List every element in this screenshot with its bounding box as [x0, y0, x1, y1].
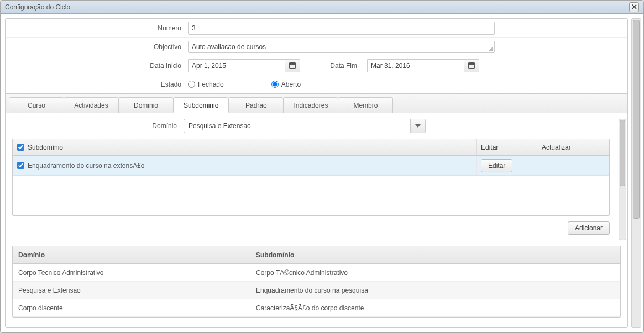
grid2-cell-subdominio: Enquadramento do curso na pesquisa — [250, 287, 620, 294]
datepicker-inicio-button[interactable] — [285, 59, 300, 72]
chevron-down-icon — [415, 124, 421, 128]
tab-subdominio[interactable]: Subdominio — [173, 97, 229, 113]
label-estado: Estado — [6, 81, 188, 88]
col-header-actualizar: Actualizar — [537, 139, 609, 155]
grid2-cell-subdominio: CaracterizaÃ§Ã£o do corpo discente — [250, 304, 620, 312]
row-estado: Estado Fechado Aberto — [6, 75, 627, 94]
input-datainicio[interactable] — [188, 59, 285, 72]
close-button[interactable]: ✕ — [629, 2, 639, 12]
datepicker-fim — [367, 59, 479, 72]
radio-aberto-label: Aberto — [281, 81, 301, 88]
radio-fechado-wrap[interactable]: Fechado — [188, 81, 224, 88]
textarea-objectivo[interactable]: Auto avaliacao de cursos — [188, 41, 495, 53]
resize-handle-icon[interactable] — [488, 47, 493, 51]
grid2-cell-dominio: Corpo Tecnico Administrativo — [13, 269, 250, 277]
grid2-col-subdominio: Subdomínio — [250, 251, 620, 259]
grid2-cell-dominio: Corpo discente — [13, 304, 250, 312]
grid-subdominio-header: Subdomínio Editar Actualizar — [13, 139, 609, 156]
col-header-editar: Editar — [477, 139, 537, 155]
row-dominio-combo: Domínio — [12, 119, 621, 133]
grid2-row[interactable]: Corpo Tecnico AdministrativoCorpo TÃ©cni… — [13, 264, 620, 282]
radio-aberto[interactable] — [271, 81, 279, 88]
col-header-subdominio-label: Subdomínio — [28, 144, 63, 151]
tab-indicadores[interactable]: Indicadores — [283, 97, 338, 113]
grid-subdominio: Subdomínio Editar Actualizar Enquadramen… — [12, 139, 610, 216]
grid2-header: Domínio Subdomínio — [13, 246, 620, 264]
datepicker-inicio — [188, 59, 300, 72]
grid2-row[interactable]: Pesquisa e ExtensaoEnquadramento do curs… — [13, 282, 620, 299]
cell-actualizar — [537, 156, 609, 175]
inner-scrollbar-thumb[interactable] — [620, 120, 625, 186]
label-numero: Numero — [6, 24, 188, 32]
dialog-header: Configuração do Ciclo ✕ — [1, 1, 643, 14]
grid2-cell-dominio: Pesquisa e Extensao — [13, 287, 250, 294]
dialog-scrollbar[interactable] — [631, 18, 641, 328]
row-numero: Numero — [6, 19, 627, 38]
tabs: Curso Actividades Dominio Subdominio Pad… — [6, 94, 627, 113]
combo-dominio-input[interactable] — [184, 119, 410, 133]
datepicker-fim-button[interactable] — [464, 59, 479, 72]
grid2-row[interactable]: Corpo discenteCaracterizaÃ§Ã£o do corpo … — [13, 299, 620, 317]
dialog-window: Configuração do Ciclo ✕ Numero Objectivo… — [0, 0, 644, 333]
grid2-body: Corpo Tecnico AdministrativoCorpo TÃ©cni… — [13, 264, 620, 317]
grid2-cell-subdominio: Corpo TÃ©cnico Administrativo — [250, 269, 620, 277]
row-adicionar: Adicionar — [12, 221, 610, 235]
tab-membro[interactable]: Membro — [338, 97, 393, 113]
grid2-col-dominio: Domínio — [13, 251, 250, 259]
inner-scrollbar[interactable] — [619, 119, 626, 240]
combo-dominio — [184, 119, 426, 133]
label-objectivo: Objectivo — [6, 43, 188, 51]
radio-fechado[interactable] — [188, 81, 195, 88]
tab-dominio[interactable]: Dominio — [118, 97, 174, 113]
checkbox-selectall[interactable] — [17, 144, 24, 151]
row-dates: Data Inicio Data Fim — [6, 56, 627, 75]
grid-dominio-subdominio: Domínio Subdomínio Corpo Tecnico Adminis… — [12, 246, 621, 318]
input-datafim[interactable] — [367, 59, 464, 72]
tabpanel-subdominio: Domínio Subdomínio Editar Actualizar — [6, 113, 627, 246]
row-objectivo: Objectivo Auto avaliacao de cursos — [6, 38, 627, 56]
dialog-content: Numero Objectivo Auto avaliacao de curso… — [5, 18, 628, 328]
tab-padrao[interactable]: Padrão — [228, 97, 284, 113]
tab-curso[interactable]: Curso — [9, 97, 64, 113]
calendar-icon — [289, 62, 296, 69]
tab-actividades[interactable]: Actividades — [64, 97, 119, 113]
label-datafim: Data Fim — [305, 62, 363, 70]
editar-button[interactable]: Editar — [481, 159, 512, 172]
adicionar-button[interactable]: Adicionar — [568, 221, 610, 235]
combo-dominio-trigger[interactable] — [410, 119, 426, 133]
cell-subdominio-text: Enquadramento do curso na extensÃ£o — [28, 162, 144, 170]
label-dominio-combo: Domínio — [12, 122, 184, 130]
textarea-objectivo-text: Auto avaliacao de cursos — [192, 43, 266, 51]
radio-fechado-label: Fechado — [198, 81, 224, 88]
dialog-body: Numero Objectivo Auto avaliacao de curso… — [1, 14, 643, 332]
dialog-title: Configuração do Ciclo — [5, 1, 70, 14]
close-icon: ✕ — [631, 1, 637, 14]
grid-subdominio-row[interactable]: Enquadramento do curso na extensÃ£o Edit… — [13, 156, 609, 176]
input-numero[interactable] — [188, 22, 495, 35]
cell-editar: Editar — [477, 156, 537, 175]
col-header-subdominio: Subdomínio — [13, 139, 477, 155]
radio-aberto-wrap[interactable]: Aberto — [271, 81, 301, 88]
calendar-icon — [468, 62, 475, 69]
label-datainicio: Data Inicio — [6, 62, 188, 70]
dialog-scrollbar-thumb[interactable] — [633, 20, 640, 219]
cell-subdominio: Enquadramento do curso na extensÃ£o — [13, 156, 477, 175]
checkbox-row[interactable] — [17, 162, 24, 169]
